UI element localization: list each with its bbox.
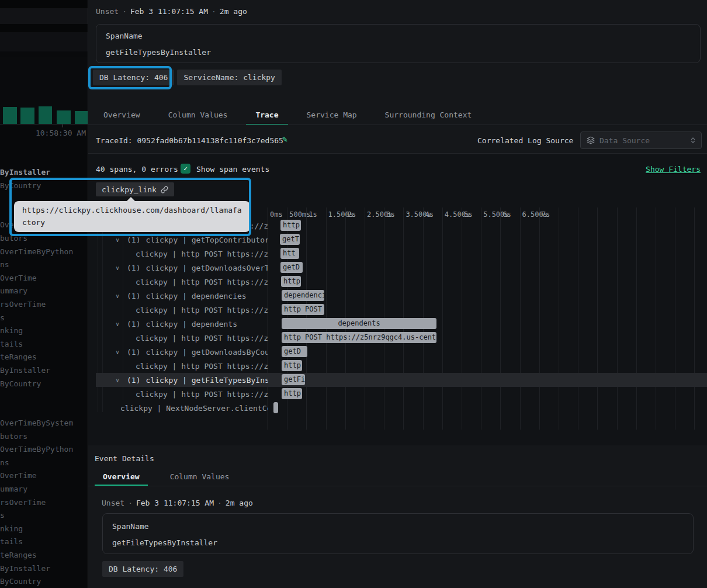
layers-icon	[587, 136, 595, 144]
sidebar-item[interactable]: rsOverTime	[0, 496, 88, 510]
sidebar-item[interactable]: s	[0, 509, 88, 523]
time-axis-tick: 7s	[542, 210, 550, 219]
sidebar-item[interactable]: OverTimeByPython	[0, 443, 88, 456]
chevron-down-icon[interactable]: ∨	[116, 265, 123, 271]
sidebar-item[interactable]: ByCountry	[0, 378, 88, 391]
span-name-text: clickpy | dependents	[145, 320, 237, 328]
meta-dot: ·	[124, 499, 136, 507]
sidebar-item[interactable]: OverTime	[0, 469, 88, 483]
sidebar-band	[0, 0, 88, 8]
span-duration-bar[interactable]: dependents	[282, 318, 436, 329]
span-duration-bar[interactable]: http POST https://z5nrz9qgc4.us-central	[282, 332, 436, 343]
span-duration-bar[interactable]: getT	[280, 234, 300, 245]
trace-span-row[interactable]: ∨(1)clickpy | getDownloadsByCountrygetD	[88, 345, 707, 359]
mini-chart-bar	[75, 111, 88, 124]
sidebar-item[interactable]: ByCountry	[0, 179, 88, 193]
span-duration-bar[interactable]: http	[282, 360, 302, 371]
sidebar-item[interactable]: ByInstaller	[0, 562, 88, 576]
mini-chart-baseline	[0, 124, 88, 124]
trace-span-row[interactable]: clickpy | http POST https://z5nrzhttp	[88, 275, 707, 289]
sidebar-item[interactable]: ummary	[0, 483, 88, 496]
tab-surrounding-context[interactable]: Surrounding Context	[376, 105, 481, 125]
mini-chart-bar	[39, 106, 52, 124]
tab-overview[interactable]: Overview	[95, 468, 148, 486]
show-span-events-checkbox[interactable]: ✓	[181, 164, 190, 174]
sidebar-item[interactable]: teRanges	[0, 351, 88, 364]
sidebar-item-list-bottom: OverTimeBySystembutorsOverTimeByPythonns…	[0, 417, 88, 588]
span-row-label: ∨(1)clickpy | getDownloadsOverTimeByS	[88, 261, 268, 275]
time-axis-tick: 1s	[309, 210, 317, 219]
trace-span-row[interactable]: clickpy | http POST https://z5nrzhtt	[88, 247, 707, 261]
span-name-text: clickpy | http POST https://z5nrz	[136, 362, 268, 371]
sidebar-item-list-top: ByInstallerByCountryOvebutorsOverTimeByP…	[0, 166, 88, 390]
show-filters-link[interactable]: Show Filters	[646, 165, 701, 174]
trace-id-text: TraceId: 0952fad0b67b114138fc110f3c7ed56…	[96, 136, 283, 145]
span-row-label: ∨(1)clickpy | getFileTypesByInstaller	[88, 373, 268, 387]
span-duration-bar[interactable]: http POST	[282, 304, 324, 315]
chevron-down-icon[interactable]: ∨	[116, 377, 123, 383]
trace-span-row[interactable]: clickpy | NextNodeServer.clientCompone	[88, 401, 707, 415]
sidebar-item[interactable]: OverTimeByPython	[0, 245, 88, 259]
span-name-text: clickpy | http POST https://z5nrz	[136, 390, 268, 399]
span-duration-bar[interactable]: http	[282, 388, 302, 399]
trace-span-row[interactable]: clickpy | http POST https://z5nrzhttp PO…	[88, 303, 707, 317]
tab-column-values[interactable]: Column Values	[159, 105, 237, 125]
sidebar-item[interactable]: rsOverTime	[0, 298, 88, 312]
sidebar-item[interactable]: nking	[0, 523, 88, 536]
time-axis-tick: 6s	[502, 210, 511, 219]
sidebar-item[interactable]: ns	[0, 258, 88, 272]
sidebar-item[interactable]: tails	[0, 338, 88, 351]
sidebar-item[interactable]: teRanges	[0, 549, 88, 562]
sidebar-item[interactable]: ByInstaller	[0, 166, 88, 179]
tab-trace[interactable]: Trace	[246, 105, 287, 125]
sidebar-item[interactable]: OverTimeBySystem	[0, 417, 88, 430]
trace-span-row[interactable]: ∨(1)clickpy | getFileTypesByInstallerget…	[88, 373, 707, 387]
span-duration-bar[interactable]: dependenci	[282, 290, 324, 301]
span-duration-bar[interactable]: getD	[282, 346, 307, 357]
sidebar-item[interactable]: OverTime	[0, 272, 88, 285]
span-child-count: (1)	[127, 292, 140, 300]
sidebar-item[interactable]: tails	[0, 535, 88, 549]
sidebar-item[interactable]: ummary	[0, 285, 88, 298]
span-duration-bar[interactable]: htt	[280, 248, 299, 259]
span-child-count: (1)	[127, 236, 140, 244]
span-duration-bar[interactable]: getFi	[282, 374, 305, 385]
trace-span-row[interactable]: ∨(1)clickpy | dependentsdependents	[88, 317, 707, 331]
edit-pencil-icon[interactable]: ✎	[282, 134, 287, 144]
sidebar-item[interactable]: butors	[0, 232, 88, 245]
sidebar-item[interactable]: butors	[0, 430, 88, 444]
sidebar-item[interactable]: nking	[0, 324, 88, 338]
tab-service-map[interactable]: Service Map	[297, 105, 366, 125]
span-duration-bar[interactable]: http	[280, 220, 301, 231]
trace-span-row[interactable]: ∨(1)clickpy | dependenciesdependenci	[88, 289, 707, 303]
span-duration-bar[interactable]: getD	[280, 262, 303, 273]
tab-column-values[interactable]: Column Values	[162, 468, 238, 486]
chevron-down-icon[interactable]: ∨	[116, 349, 123, 355]
span-row-label: clickpy | http POST https://z5nrz	[88, 359, 268, 373]
data-source-select[interactable]: Data Source	[580, 132, 702, 149]
severity-text: Unset	[96, 7, 119, 16]
tabbar-divider	[88, 124, 707, 125]
timestamp-text: Feb 3 11:07:15 AM	[130, 7, 208, 16]
chevron-down-icon[interactable]: ∨	[116, 321, 123, 327]
span-duration-bar[interactable]	[273, 402, 278, 413]
chevron-down-icon[interactable]: ∨	[116, 293, 123, 299]
span-duration-bar[interactable]: http	[281, 276, 301, 287]
sidebar-item[interactable]: ByCountry	[0, 575, 88, 588]
trace-span-row[interactable]: clickpy | http POST https://z5nrzhttp PO…	[88, 331, 707, 345]
trace-span-row[interactable]: clickpy | http POST https://z5nrzhttp	[88, 387, 707, 401]
sidebar-item[interactable]: s	[0, 312, 88, 325]
clickpy-link-chip[interactable]: clickpy_link	[96, 182, 174, 196]
link-tooltip: https://clickpy.clickhouse.com/dashboard…	[14, 201, 250, 232]
trace-span-row[interactable]: ∨(1)clickpy | getDownloadsOverTimeBySget…	[88, 261, 707, 275]
trace-span-row[interactable]: ∨(1)clickpy | getTopContributorsgetT	[88, 233, 707, 247]
spans-summary-text: 40 spans, 0 errors	[96, 165, 178, 174]
tab-overview[interactable]: Overview	[94, 105, 150, 125]
sidebar-item[interactable]: ByInstaller	[0, 364, 88, 378]
sidebar-item[interactable]: ns	[0, 456, 88, 470]
trace-span-row[interactable]: clickpy | http POST https://z5nrzhttp	[88, 359, 707, 373]
db-latency-badge: DB Latency: 406	[93, 70, 174, 85]
time-axis-tick: 500ms	[289, 210, 310, 219]
chevron-down-icon[interactable]: ∨	[116, 237, 123, 243]
service-name-badge: ServiceName: clickpy	[177, 70, 282, 85]
